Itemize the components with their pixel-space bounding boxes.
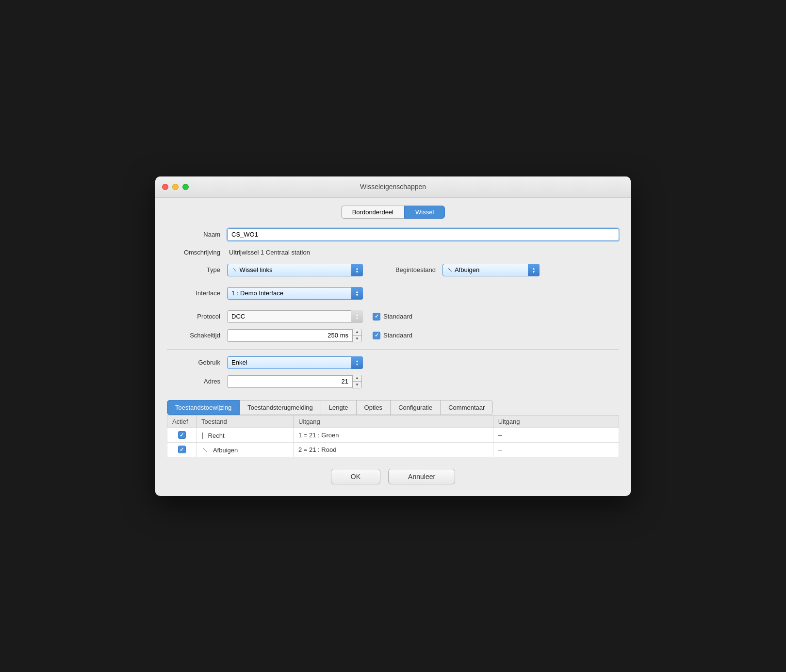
adres-row: Adres ▲ ▼	[167, 375, 619, 388]
interface-select[interactable]: 1 : Demo Interface	[227, 287, 363, 300]
minimize-button[interactable]	[172, 184, 179, 190]
seg-btn-wissel[interactable]: Wissel	[404, 206, 445, 219]
table-header-row: Actief Toestand Uitgang Uitgang	[167, 415, 619, 428]
tab-opties[interactable]: Opties	[356, 400, 391, 415]
col-uitgang1: Uitgang	[294, 415, 493, 428]
row1-checkbox[interactable]	[178, 431, 186, 439]
adres-up[interactable]: ▲	[353, 375, 361, 382]
begintoestand-label: Begintoestand	[377, 266, 436, 273]
adres-input[interactable]	[227, 375, 352, 388]
begintoestand-select-wrapper: ⟍ Afbuigen	[442, 264, 540, 276]
gebruik-select[interactable]: Enkel	[227, 356, 363, 369]
toestand-table: Actief Toestand Uitgang Uitgang | Recht	[167, 415, 619, 457]
gebruik-select-wrapper: Enkel	[227, 356, 363, 369]
schakeltijd-stepper-btns: ▲ ▼	[352, 329, 362, 342]
protocol-select[interactable]: DCC	[227, 310, 363, 323]
row2-toestand-label: Afbuigen	[213, 447, 238, 454]
col-uitgang2: Uitgang	[493, 415, 619, 428]
schakeltijd-input[interactable]	[227, 329, 352, 342]
window-title: Wisseleigenschappen	[360, 183, 426, 191]
schakeltijd-standaard-checkbox[interactable]	[373, 332, 380, 339]
row1-actief	[167, 428, 196, 442]
col-toestand: Toestand	[196, 415, 294, 428]
adres-stepper-btns: ▲ ▼	[352, 375, 362, 388]
protocol-label: Protocol	[167, 313, 220, 320]
row2-actief	[167, 442, 196, 457]
protocol-standaard-wrapper: Standaard	[373, 313, 412, 320]
omschrijving-row: Omschrijving Uitrijwissel 1 Centraal sta…	[167, 247, 619, 258]
tab-commentaar[interactable]: Commentaar	[440, 400, 493, 415]
tabs-bar: Toestandstoewijzing Toestandsterugmeldin…	[167, 400, 619, 415]
adres-stepper: ▲ ▼	[227, 375, 363, 388]
omschrijving-label: Omschrijving	[167, 249, 220, 256]
schakeltijd-down[interactable]: ▼	[353, 336, 361, 342]
row1-toestand: | Recht	[196, 428, 294, 442]
tab-configuratie[interactable]: Configuratie	[390, 400, 441, 415]
tab-toestandstoewijzing[interactable]: Toestandstoewijzing	[167, 400, 240, 415]
schakeltijd-standaard-wrapper: Standaard	[373, 332, 412, 339]
row1-uitgang1: 1 = 21 : Groen	[294, 428, 493, 442]
table-row: ⟍ Afbuigen 2 = 21 : Rood –	[167, 442, 619, 457]
begintoestand-select[interactable]: ⟍ Afbuigen	[442, 264, 540, 276]
schakeltijd-label: Schakeltijd	[167, 332, 220, 339]
form-area: Naam Omschrijving Uitrijwissel 1 Centraa…	[167, 228, 619, 457]
adres-label: Adres	[167, 378, 220, 385]
window-content: Bordonderdeel Wissel Naam Omschrijving U…	[155, 198, 631, 496]
type-row: Type ⟍ Wissel links Begintoestand ⟍ Afbu…	[167, 264, 619, 276]
seg-btn-bordonderdeel[interactable]: Bordonderdeel	[341, 206, 404, 219]
row1-uitgang2: –	[493, 428, 619, 442]
row1-toestand-label: Recht	[208, 432, 225, 439]
section-divider	[167, 349, 619, 350]
schakeltijd-up[interactable]: ▲	[353, 329, 361, 336]
tab-lengte[interactable]: Lengte	[321, 400, 357, 415]
type-select-wrapper: ⟍ Wissel links	[227, 264, 363, 276]
adres-down[interactable]: ▼	[353, 382, 361, 388]
protocol-standaard-label: Standaard	[383, 313, 412, 320]
window-controls	[162, 184, 189, 190]
tab-toestandsterugmelding[interactable]: Toestandsterugmelding	[239, 400, 321, 415]
row1-toestand-icon: |	[201, 431, 203, 439]
protocol-row: Protocol DCC Standaard	[167, 310, 619, 323]
protocol-select-wrapper: DCC	[227, 310, 363, 323]
schakeltijd-standaard-label: Standaard	[383, 332, 412, 339]
row2-toestand: ⟍ Afbuigen	[196, 442, 294, 457]
type-label: Type	[167, 266, 220, 273]
gebruik-label: Gebruik	[167, 359, 220, 366]
col-actief: Actief	[167, 415, 196, 428]
interface-label: Interface	[167, 289, 220, 297]
interface-select-wrapper: 1 : Demo Interface	[227, 287, 363, 300]
close-button[interactable]	[162, 184, 168, 190]
segmented-control: Bordonderdeel Wissel	[167, 206, 619, 219]
table-row: | Recht 1 = 21 : Groen –	[167, 428, 619, 442]
row2-toestand-icon: ⟍	[201, 446, 209, 454]
title-bar: Wisseleigenschappen	[155, 176, 631, 198]
naam-row: Naam	[167, 228, 619, 241]
gebruik-row: Gebruik Enkel	[167, 356, 619, 369]
omschrijving-value: Uitrijwissel 1 Centraal station	[227, 247, 619, 258]
row2-uitgang1: 2 = 21 : Rood	[294, 442, 493, 457]
maximize-button[interactable]	[182, 184, 189, 190]
interface-row: Interface 1 : Demo Interface	[167, 287, 619, 300]
protocol-standaard-checkbox[interactable]	[373, 313, 380, 320]
row2-uitgang2: –	[493, 442, 619, 457]
annuleer-button[interactable]: Annuleer	[388, 469, 455, 484]
ok-button[interactable]: OK	[331, 469, 380, 484]
main-window: Wisseleigenschappen Bordonderdeel Wissel…	[155, 176, 631, 496]
row2-checkbox[interactable]	[178, 446, 186, 453]
type-select[interactable]: ⟍ Wissel links	[227, 264, 363, 276]
naam-label: Naam	[167, 231, 220, 238]
action-buttons: OK Annuleer	[167, 469, 619, 484]
schakeltijd-row: Schakeltijd ▲ ▼ Standaard	[167, 329, 619, 342]
naam-input[interactable]	[227, 228, 619, 241]
schakeltijd-stepper: ▲ ▼	[227, 329, 363, 342]
